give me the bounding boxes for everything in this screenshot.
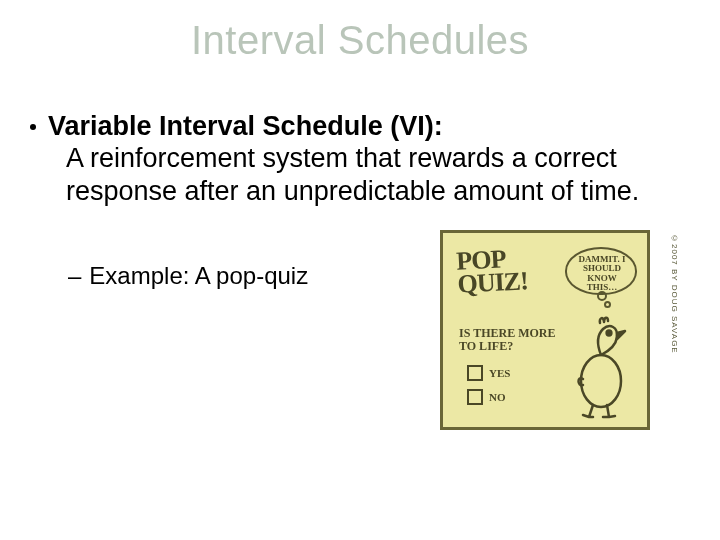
cartoon-figure: POP QUIZ! DAMMIT. I SHOULD KNOW THIS… IS… — [440, 230, 665, 440]
option-yes-row: YES — [467, 365, 510, 381]
bullet-level1: Variable Interval Schedule (VI): A reinf… — [30, 110, 690, 207]
thought-bubble: DAMMIT. I SHOULD KNOW THIS… — [565, 247, 637, 295]
bullet-level2: – Example: A pop-quiz — [68, 262, 308, 290]
bullet-dot-icon — [30, 124, 36, 130]
cartoon-attribution: ©2007 BY DOUG SAVAGE — [667, 234, 679, 430]
option-yes-label: YES — [489, 367, 510, 379]
term: Variable Interval Schedule (VI): — [48, 111, 443, 141]
headline-line2: QUIZ! — [457, 270, 528, 297]
chicken-drawing-icon — [563, 309, 635, 419]
body-text: Variable Interval Schedule (VI): A reinf… — [30, 110, 690, 207]
svg-point-1 — [607, 331, 612, 336]
cartoon-question: IS THERE MORE TO LIFE? — [459, 327, 555, 353]
question-line2: TO LIFE? — [459, 340, 555, 353]
option-no-row: NO — [467, 389, 506, 405]
cartoon-headline: POP QUIZ! — [456, 247, 528, 296]
bullet-text: Variable Interval Schedule (VI): A reinf… — [48, 110, 690, 207]
svg-point-0 — [581, 355, 621, 407]
option-no-label: NO — [489, 391, 506, 403]
thought-bubble-tail2-icon — [604, 301, 611, 308]
checkbox-icon — [467, 389, 483, 405]
sticky-note: POP QUIZ! DAMMIT. I SHOULD KNOW THIS… IS… — [440, 230, 650, 430]
bullet-dash-icon: – — [68, 262, 81, 290]
thought-bubble-tail-icon — [597, 291, 607, 301]
slide-title: Interval Schedules — [0, 18, 720, 63]
term-description: A reinforcement system that rewards a co… — [66, 142, 690, 207]
slide: Interval Schedules Variable Interval Sch… — [0, 0, 720, 540]
example-text: Example: A pop-quiz — [89, 262, 308, 290]
checkbox-icon — [467, 365, 483, 381]
